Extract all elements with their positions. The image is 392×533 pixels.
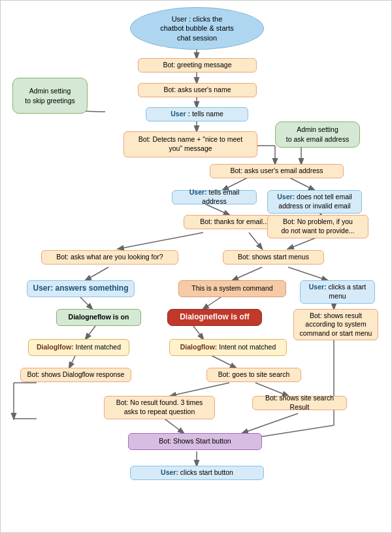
- node-bot-site-result: Bot: shows site search Result: [252, 396, 347, 410]
- node-user-tells-name: User : tells name: [146, 107, 248, 121]
- node-bot-shows-menus: Bot: shows start menus: [223, 250, 324, 265]
- node-bot-detects-name: Bot: Detects name + "nice to meetyou" me…: [123, 131, 257, 157]
- svg-line-18: [203, 296, 223, 309]
- node-dialogflow-on: Dialogneflow is on: [56, 309, 141, 326]
- node-bot-site-search: Bot: goes to site search: [206, 368, 301, 382]
- node-bot-asks-looking: Bot: asks what are you looking for?: [41, 250, 178, 265]
- node-bot-result: Bot: shows resultaccording to systemcomm…: [293, 309, 378, 340]
- node-admin-skip: Admin settingto skip greetings: [12, 78, 88, 114]
- node-user-clicks-menu: User: clicks a startmenu: [300, 280, 375, 304]
- node-user-tells-email: User: tells email address: [172, 190, 257, 204]
- svg-line-17: [79, 296, 92, 309]
- svg-line-8: [288, 177, 314, 190]
- node-bot-asks-email: Bot: asks user's email address: [210, 164, 344, 178]
- diagram-container: User : clicks the chatbot bubble & start…: [0, 0, 392, 533]
- svg-line-23: [210, 355, 236, 368]
- node-bot-no-result: Bot: No result found. 3 timesasks to rep…: [104, 396, 215, 419]
- svg-line-16: [288, 267, 327, 280]
- svg-line-20: [86, 326, 95, 339]
- node-bot-asks-name: Bot: asks user's name: [138, 83, 257, 97]
- node-user-clicks-start: User: clicks start button: [130, 466, 264, 480]
- svg-line-21: [193, 326, 203, 339]
- node-system-command: This is a system command: [178, 280, 286, 297]
- node-bot-dialogflow-response: Bot: shows Dialogflow response: [20, 368, 131, 382]
- node-dialogflow-off: Dialogneflow is off: [167, 309, 262, 326]
- svg-line-14: [86, 267, 108, 280]
- svg-line-29: [242, 413, 298, 433]
- svg-line-11: [118, 233, 203, 249]
- node-bot-no-problem: Bot: No problem, if youdo not want to pr…: [267, 215, 368, 238]
- svg-line-15: [233, 267, 262, 280]
- node-dialogflow-matched: Dialoglfow: Intent matched: [28, 339, 129, 356]
- node-user-answers: User: answers something: [27, 280, 135, 297]
- node-start: User : clicks the chatbot bubble & start…: [130, 7, 264, 50]
- svg-line-22: [69, 355, 76, 368]
- svg-line-25: [171, 383, 229, 396]
- svg-line-12: [249, 233, 262, 249]
- node-bot-shows-start: Bot: Shows Start button: [128, 433, 262, 450]
- node-admin-email: Admin settingto ask email address: [275, 121, 360, 148]
- node-bot-greeting: Bot: greeting message: [138, 58, 257, 73]
- node-dialogflow-not-matched: Dialogflow: Intent not matched: [169, 339, 287, 356]
- node-user-no-email: User: does not tell emailaddress or inva…: [267, 190, 362, 214]
